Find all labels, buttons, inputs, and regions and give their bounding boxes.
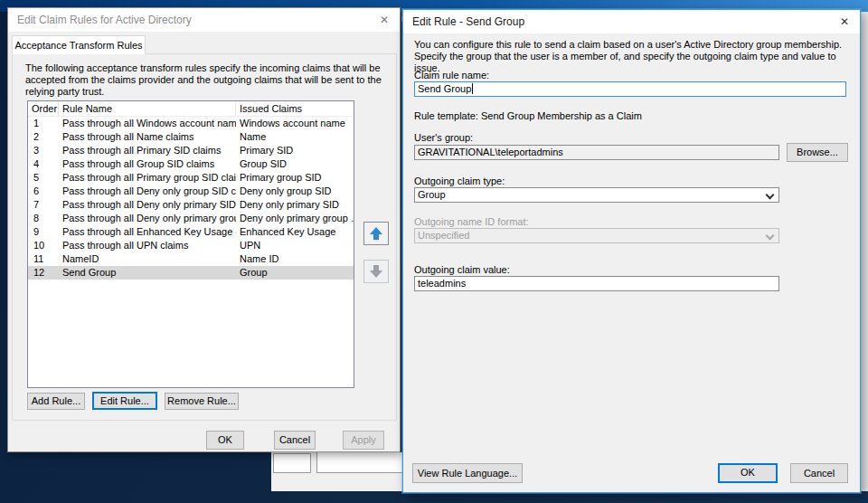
- view-rule-language-button[interactable]: View Rule Language...: [412, 463, 523, 483]
- ok-button[interactable]: OK: [206, 431, 244, 450]
- rule-order: 6: [28, 185, 59, 198]
- rule-issued-claims: UPN: [236, 239, 354, 252]
- edit-claim-rules-dialog: Edit Claim Rules for Active Directory ✕ …: [7, 7, 401, 452]
- cancel-button[interactable]: Cancel: [274, 431, 316, 450]
- outgoing-claim-value-input[interactable]: teleadmins: [414, 276, 779, 291]
- rule-issued-claims: Deny only primary group ...: [236, 212, 354, 225]
- rule-order: 2: [28, 130, 59, 144]
- rule-issued-claims: Name: [236, 130, 354, 144]
- tab-acceptance-transform-rules[interactable]: Acceptance Transform Rules: [12, 35, 146, 54]
- rule-row[interactable]: 3 Pass through all Primary SID claims Pr…: [28, 144, 354, 157]
- close-icon[interactable]: ✕: [374, 12, 394, 28]
- move-rule-down-button[interactable]: [363, 260, 389, 283]
- rule-issued-claims: Enhanced Key Usage: [236, 225, 354, 239]
- rule-name: NameID: [59, 252, 236, 266]
- outgoing-name-id-format-value: Unspecified: [418, 230, 469, 241]
- outgoing-claim-value-label: Outgoing claim value:: [414, 264, 510, 275]
- rule-name: Pass through all Primary group SID claim…: [59, 171, 236, 185]
- chevron-down-icon: [766, 232, 775, 241]
- outgoing-claim-value-text: teleadmins: [418, 278, 466, 289]
- header-rule-name[interactable]: Rule Name: [59, 101, 236, 116]
- rule-order: 9: [28, 225, 59, 239]
- browse-button[interactable]: Browse...: [787, 143, 848, 162]
- rule-row[interactable]: 2 Pass through all Name claims Name: [28, 130, 354, 144]
- apply-button: Apply: [343, 431, 384, 450]
- rule-issued-claims: Primary SID: [236, 144, 354, 157]
- rule-row[interactable]: 11 NameID Name ID: [28, 252, 354, 266]
- rule-name: Pass through all Deny only primary group…: [59, 212, 236, 225]
- rule-name: Send Group: [59, 266, 236, 280]
- rule-name: Pass through all Deny only primary SID c…: [59, 198, 236, 212]
- rule-order: 1: [28, 117, 59, 130]
- cancel-button[interactable]: Cancel: [790, 463, 848, 483]
- add-rule-button[interactable]: Add Rule...: [27, 393, 85, 410]
- rule-order: 3: [28, 144, 59, 157]
- users-group-label: User's group:: [414, 132, 473, 143]
- rule-name: Pass through all Enhanced Key Usage cl..…: [59, 225, 236, 239]
- rule-row[interactable]: 5 Pass through all Primary group SID cla…: [28, 171, 354, 185]
- chevron-down-icon: [766, 191, 775, 200]
- arrow-up-icon: [370, 227, 382, 240]
- text-caret: [472, 83, 473, 94]
- move-rule-up-button[interactable]: [363, 222, 389, 245]
- rule-row[interactable]: 10 Pass through all UPN claims UPN: [28, 239, 354, 252]
- rule-name: Pass through all Windows account name...: [59, 117, 236, 130]
- outgoing-name-id-format-select: Unspecified: [414, 228, 779, 243]
- right-dialog-title: Edit Rule - Send Group: [412, 15, 524, 28]
- outgoing-claim-type-value: Group: [418, 189, 446, 200]
- edit-rule-button[interactable]: Edit Rule...: [92, 392, 157, 410]
- rule-issued-claims: Group: [236, 266, 354, 280]
- rule-template-text: Rule template: Send Group Membership as …: [414, 110, 642, 121]
- remove-rule-button[interactable]: Remove Rule...: [165, 393, 239, 410]
- background-window-edge: [861, 0, 868, 491]
- acceptance-rules-tab-page: The following acceptance transform rules…: [12, 53, 397, 421]
- rule-issued-claims: Primary group SID: [236, 171, 354, 185]
- rule-row[interactable]: 6 Pass through all Deny only group SID c…: [28, 185, 354, 198]
- outgoing-name-id-format-label: Outgoing name ID format:: [414, 216, 529, 227]
- rule-row[interactable]: 1 Pass through all Windows account name.…: [28, 117, 354, 130]
- arrow-down-icon: [370, 265, 382, 278]
- rule-row[interactable]: 9 Pass through all Enhanced Key Usage cl…: [28, 225, 354, 239]
- rule-row[interactable]: 4 Pass through all Group SID claims Grou…: [28, 157, 354, 171]
- left-dialog-titlebar: Edit Claim Rules for Active Directory ✕: [8, 8, 400, 32]
- header-order[interactable]: Order: [28, 101, 59, 116]
- rule-order: 5: [28, 171, 59, 185]
- left-dialog-title: Edit Claim Rules for Active Directory: [17, 14, 192, 26]
- claim-rules-list[interactable]: Order Rule Name Issued Claims 1 Pass thr…: [27, 100, 354, 388]
- rules-description: The following acceptance transform rules…: [25, 62, 382, 98]
- rule-issued-claims: Deny only primary SID: [236, 198, 354, 212]
- claim-rule-name-value: Send Group: [418, 83, 471, 94]
- users-group-input[interactable]: GRAVITATIONAL\teleportadmins: [414, 145, 779, 160]
- rule-order: 12: [28, 266, 59, 280]
- background-panel: [316, 452, 409, 473]
- rule-order: 10: [28, 239, 59, 252]
- right-dialog-titlebar: Edit Rule - Send Group ✕: [403, 10, 860, 33]
- rule-order: 8: [28, 212, 59, 225]
- edit-rule-send-group-dialog: Edit Rule - Send Group ✕ You can configu…: [402, 9, 861, 493]
- rule-name: Pass through all Primary SID claims: [59, 144, 236, 157]
- claim-rule-name-input[interactable]: Send Group: [414, 81, 846, 97]
- ok-button[interactable]: OK: [718, 463, 778, 483]
- rule-row-selected[interactable]: 12 Send Group Group: [28, 266, 354, 280]
- close-icon[interactable]: ✕: [835, 14, 854, 30]
- outgoing-claim-type-select[interactable]: Group: [414, 187, 779, 203]
- rule-name: Pass through all Deny only group SID cla…: [59, 185, 236, 198]
- rule-issued-claims: Windows account name: [236, 117, 354, 130]
- rule-row[interactable]: 8 Pass through all Deny only primary gro…: [28, 212, 354, 225]
- users-group-value: GRAVITATIONAL\teleportadmins: [418, 147, 563, 157]
- rule-order: 4: [28, 157, 59, 171]
- background-panel: [273, 453, 311, 473]
- rule-issued-claims: Deny only group SID: [236, 185, 354, 198]
- rule-name: Pass through all Name claims: [59, 130, 236, 144]
- rule-order: 11: [28, 252, 59, 266]
- list-header: Order Rule Name Issued Claims: [28, 101, 354, 117]
- outgoing-claim-type-label: Outgoing claim type:: [414, 176, 505, 186]
- claim-rule-name-label: Claim rule name:: [414, 70, 489, 81]
- rule-issued-claims: Name ID: [236, 252, 354, 266]
- rule-issued-claims: Group SID: [236, 157, 354, 171]
- rule-name: Pass through all UPN claims: [59, 239, 236, 252]
- header-issued-claims[interactable]: Issued Claims: [236, 101, 354, 116]
- background-console-bottom: [271, 452, 409, 491]
- rule-name: Pass through all Group SID claims: [59, 157, 236, 171]
- rule-row[interactable]: 7 Pass through all Deny only primary SID…: [28, 198, 354, 212]
